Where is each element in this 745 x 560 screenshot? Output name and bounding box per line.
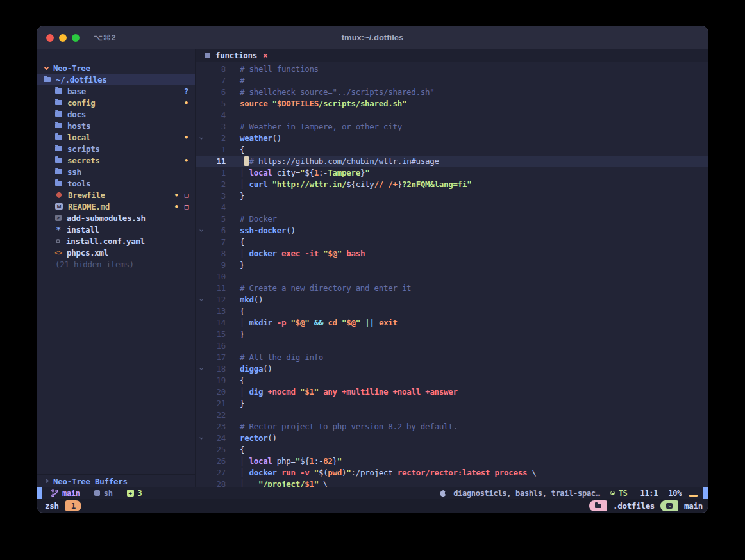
code-line[interactable]: 4 xyxy=(196,202,708,213)
code-line[interactable]: 11# Create a new directory and enter it xyxy=(196,283,708,294)
line-number: 20 xyxy=(206,386,226,398)
zoom-window-button[interactable] xyxy=(72,34,80,42)
tree-item[interactable]: >add-submodules.sh xyxy=(37,212,195,224)
fold-column xyxy=(196,409,206,421)
code-line[interactable]: 25{ xyxy=(196,444,708,456)
fold-chevron-icon[interactable] xyxy=(196,225,206,236)
neo-tree-header[interactable]: Neo-Tree xyxy=(37,62,195,74)
code-line[interactable]: 23# Rector project to php version 8.2 by… xyxy=(196,421,708,432)
fold-chevron-icon[interactable] xyxy=(196,133,206,144)
code-line[interactable]: 8# shell functions xyxy=(196,63,708,75)
code-line[interactable]: 24rector() xyxy=(196,432,708,444)
line-number: 22 xyxy=(206,409,226,421)
code-line[interactable]: 3# Weather in Tampere, or other city xyxy=(196,121,708,133)
tree-item-label: Brewfile xyxy=(68,190,105,200)
code-line[interactable]: 1│ local city="${1:-Tampere}" xyxy=(196,167,708,179)
code-line[interactable]: 2weather() xyxy=(196,133,708,144)
tree-item[interactable]: hosts xyxy=(37,120,195,131)
code-buffer[interactable]: 8# shell functions7#6# shellcheck source… xyxy=(196,62,708,487)
git-status-badge: • xyxy=(184,98,188,108)
tree-item-label: add-submodules.sh xyxy=(67,213,146,223)
tree-item[interactable]: docs xyxy=(37,108,195,120)
code-line[interactable]: 3} xyxy=(196,190,708,202)
tab-functions[interactable]: functions xyxy=(215,51,257,60)
close-window-button[interactable] xyxy=(46,34,54,42)
code-line[interactable]: 21} xyxy=(196,398,708,409)
line-number: 27 xyxy=(206,467,226,479)
tree-item[interactable]: scripts xyxy=(37,143,195,154)
code-text: rector() xyxy=(240,432,277,444)
code-line[interactable]: 1{ xyxy=(196,144,708,156)
fold-column xyxy=(196,456,206,467)
tree-item[interactable]: base? xyxy=(37,85,195,97)
fold-column xyxy=(196,202,206,213)
fold-chevron-icon[interactable] xyxy=(196,294,206,306)
code-line[interactable]: 15} xyxy=(196,329,708,340)
code-line[interactable]: 11│ # https://github.com/chubin/wttr.in#… xyxy=(196,156,708,167)
code-line[interactable]: 20│ dig +nocmd "$1" any +multiline +noal… xyxy=(196,386,708,398)
git-branch-name[interactable]: main xyxy=(62,489,80,498)
folder-icon xyxy=(55,88,62,94)
code-line[interactable]: 16 xyxy=(196,340,708,352)
tree-item[interactable]: local• xyxy=(37,131,195,143)
code-line[interactable]: 7# xyxy=(196,75,708,86)
fold-chevron-icon[interactable] xyxy=(196,363,206,375)
code-line[interactable]: 12mkd() xyxy=(196,294,708,306)
neo-tree-buffers-section[interactable]: Neo-Tree Buffers xyxy=(37,474,195,487)
code-line[interactable]: 7{ xyxy=(196,236,708,248)
code-text: { xyxy=(240,144,244,156)
chevron-right-icon xyxy=(44,478,49,482)
tree-item[interactable]: tools xyxy=(37,177,195,189)
code-line[interactable]: 9} xyxy=(196,259,708,271)
tree-item[interactable]: config• xyxy=(37,97,195,108)
line-number: 4 xyxy=(206,202,226,213)
tree-item[interactable]: *install xyxy=(37,224,195,235)
code-text: mkd() xyxy=(240,294,263,306)
code-line[interactable]: 19{ xyxy=(196,375,708,386)
code-line[interactable]: 10 xyxy=(196,271,708,283)
code-line[interactable]: 13{ xyxy=(196,306,708,317)
fold-column xyxy=(196,179,206,190)
line-number: 4 xyxy=(206,110,226,121)
git-status-badge: • xyxy=(174,202,178,211)
tree-item[interactable]: secrets• xyxy=(37,154,195,166)
tmux-session-name[interactable]: zsh xyxy=(45,501,59,511)
tree-item[interactable]: MREADME.md•□ xyxy=(37,201,195,212)
code-text: # xyxy=(240,75,244,86)
code-text: # Rector project to php version 8.2 by d… xyxy=(240,421,458,432)
editor-pane: functions × 8# shell functions7#6# shell… xyxy=(196,49,708,487)
fold-chevron-icon[interactable] xyxy=(196,432,206,444)
tree-item[interactable]: install.conf.yaml xyxy=(37,235,195,247)
code-line[interactable]: 26│ local php="${1:-82}" xyxy=(196,456,708,467)
code-line[interactable]: 5# Docker xyxy=(196,213,708,225)
line-number: 3 xyxy=(206,190,226,202)
tree-item[interactable]: ssh xyxy=(37,166,195,177)
tmux-window-badge[interactable]: 1 xyxy=(65,500,81,511)
code-line[interactable]: 5source "$DOTFILES/scripts/shared.sh" xyxy=(196,98,708,110)
code-line[interactable]: 6# shellcheck source="../scripts/shared.… xyxy=(196,86,708,98)
code-line[interactable]: 8│ docker exec -it "$@" bash xyxy=(196,248,708,259)
minimize-window-button[interactable] xyxy=(59,34,67,42)
code-line[interactable]: 22 xyxy=(196,409,708,421)
code-line[interactable]: 27│ docker run -v "$(pwd)":/project rect… xyxy=(196,467,708,479)
tree-item[interactable]: <>phpcs.xml xyxy=(37,247,195,258)
code-text: { xyxy=(240,444,244,456)
code-line[interactable]: 18digga() xyxy=(196,363,708,375)
code-line[interactable]: 2│ curl "http://wttr.in/${city// /+}?2nF… xyxy=(196,179,708,190)
line-number: 7 xyxy=(206,75,226,86)
line-number: 23 xyxy=(206,421,226,432)
code-line[interactable]: 4 xyxy=(196,110,708,121)
code-line[interactable]: 17# All the dig info xyxy=(196,352,708,363)
code-line[interactable]: 28│ "/project/$1" \ xyxy=(196,479,708,487)
tree-item[interactable]: ~/.dotfiles xyxy=(37,74,195,85)
code-text: # shell functions xyxy=(240,63,319,75)
fold-column xyxy=(196,340,206,352)
diff-added-icon: + xyxy=(127,490,134,497)
tree-item[interactable]: (21 hidden items) xyxy=(37,258,195,270)
tree-item[interactable]: Brewfile•□ xyxy=(37,189,195,201)
tab-close-button[interactable]: × xyxy=(263,51,267,60)
code-line[interactable]: 14│ mkdir -p "$@" && cd "$@" || exit xyxy=(196,317,708,329)
fold-column xyxy=(196,398,206,409)
line-number: 8 xyxy=(206,63,226,75)
code-line[interactable]: 6ssh-docker() xyxy=(196,225,708,236)
